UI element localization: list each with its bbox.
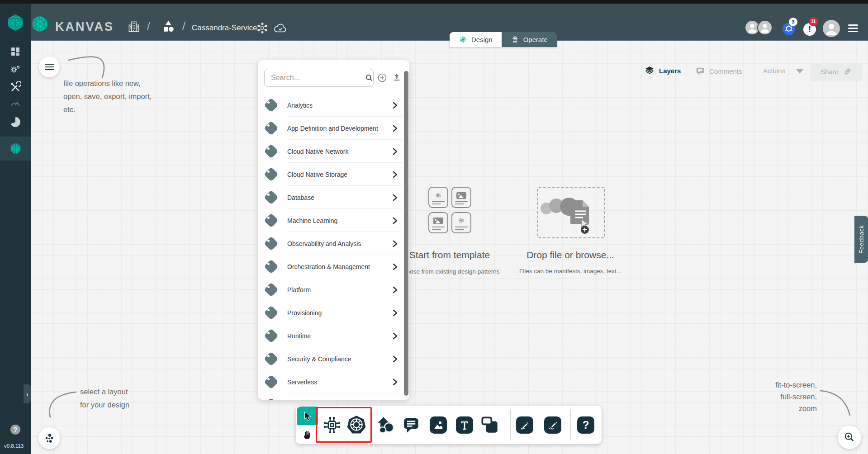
category-row-machine-learning[interactable]: Machine Learning bbox=[258, 209, 409, 232]
chevron-right-icon[interactable] bbox=[393, 355, 398, 363]
design-canvas[interactable] bbox=[31, 41, 868, 454]
category-tag-icon bbox=[264, 282, 279, 298]
collaborator-avatar[interactable] bbox=[757, 20, 773, 35]
select-tool-active[interactable] bbox=[297, 407, 318, 425]
breadcrumb-separator: / bbox=[182, 20, 185, 33]
drop-file-zone[interactable] bbox=[537, 187, 605, 238]
template-thumb-design bbox=[428, 187, 448, 208]
chevron-right-icon[interactable] bbox=[393, 148, 398, 155]
header-menu-icon[interactable] bbox=[848, 23, 858, 34]
image-tool[interactable] bbox=[430, 416, 447, 434]
category-tag-icon bbox=[264, 259, 279, 274]
alerts-button[interactable]: ! 11 bbox=[803, 23, 816, 36]
chevron-right-icon[interactable] bbox=[393, 217, 398, 224]
category-tag-icon bbox=[264, 351, 279, 367]
help-button[interactable]: ? bbox=[10, 425, 20, 435]
pan-tool[interactable] bbox=[297, 426, 318, 443]
share-link-icon bbox=[843, 67, 852, 76]
comments-button[interactable]: Comments bbox=[695, 66, 742, 76]
category-row-clipped[interactable] bbox=[258, 393, 409, 400]
sidebar-collapse-handle[interactable]: › bbox=[24, 384, 31, 403]
layers-button[interactable]: Layers bbox=[644, 65, 681, 76]
start-from-template-button[interactable] bbox=[428, 187, 471, 233]
panel-scrollbar[interactable] bbox=[404, 71, 408, 396]
api-component-tool[interactable] bbox=[322, 415, 342, 435]
actions-caret-icon[interactable] bbox=[796, 69, 803, 74]
text-tool[interactable] bbox=[456, 416, 473, 434]
chevron-right-icon[interactable] bbox=[393, 240, 398, 247]
breadcrumb-design-name[interactable]: Cassandra-Service bbox=[192, 24, 257, 33]
chevron-right-icon[interactable] bbox=[393, 171, 398, 178]
annotation-file-operations: file operations like new, open, save, ex… bbox=[63, 77, 152, 116]
pen-tool[interactable] bbox=[516, 416, 533, 434]
kubernetes-context-icon[interactable]: 3 bbox=[782, 22, 796, 36]
category-row-provisioning[interactable]: Provisioning bbox=[258, 301, 409, 324]
kubernetes-count-badge: 3 bbox=[789, 18, 797, 26]
sidebar-item-dashboard[interactable] bbox=[0, 46, 31, 57]
category-row-runtime[interactable]: Runtime bbox=[258, 324, 409, 347]
template-subtitle: Choose from existing design patterns bbox=[399, 268, 500, 275]
chevron-right-icon[interactable] bbox=[393, 194, 398, 201]
template-title[interactable]: Start from template bbox=[409, 250, 490, 260]
tab-operate[interactable]: Operate bbox=[502, 32, 557, 47]
sidebar-item-extensions[interactable] bbox=[0, 116, 31, 128]
add-component-icon[interactable] bbox=[377, 72, 388, 83]
user-avatar[interactable] bbox=[823, 20, 840, 37]
sidebar-item-kanvas-active[interactable] bbox=[0, 137, 31, 161]
component-search[interactable] bbox=[264, 69, 374, 87]
organization-icon[interactable] bbox=[127, 20, 141, 33]
drop-file-illustration bbox=[538, 188, 604, 237]
workspace-icon[interactable] bbox=[161, 19, 176, 34]
chevron-right-icon[interactable] bbox=[393, 102, 398, 109]
category-row-orchestration[interactable]: Orchestration & Management bbox=[258, 255, 409, 278]
chevron-right-icon[interactable] bbox=[393, 263, 398, 270]
category-row-app-definition[interactable]: App Definition and Development bbox=[258, 117, 409, 140]
category-row-observability[interactable]: Observability and Analysis bbox=[258, 232, 409, 255]
zoom-controls-button[interactable] bbox=[838, 426, 861, 449]
question-mark-icon: ? bbox=[583, 419, 589, 431]
kanvas-logo-icon bbox=[31, 15, 49, 33]
drop-title[interactable]: Drop file or browse... bbox=[526, 250, 614, 260]
category-tag-icon bbox=[264, 98, 279, 113]
actions-dropdown[interactable]: Actions bbox=[763, 67, 785, 75]
sidebar-item-lifecycle[interactable] bbox=[0, 64, 31, 76]
category-row-database[interactable]: Database bbox=[258, 186, 409, 209]
note-tool[interactable] bbox=[481, 416, 499, 434]
alerts-count-badge: 11 bbox=[809, 17, 818, 26]
import-upload-icon[interactable] bbox=[392, 72, 402, 82]
tab-design-label: Design bbox=[471, 36, 493, 43]
help-tool[interactable]: ? bbox=[577, 416, 594, 434]
chevron-right-icon[interactable] bbox=[393, 378, 398, 386]
file-menu-button[interactable] bbox=[39, 57, 60, 77]
feedback-tab[interactable]: Feedback bbox=[854, 216, 868, 263]
category-row-analytics[interactable]: Analytics bbox=[258, 94, 409, 117]
chevron-right-icon[interactable] bbox=[393, 309, 398, 317]
version-label: v0.8.113 bbox=[4, 443, 24, 449]
share-button[interactable]: Share bbox=[811, 63, 862, 80]
comment-tool[interactable] bbox=[402, 416, 420, 434]
category-row-cloud-native-storage[interactable]: Cloud Native Storage bbox=[258, 163, 409, 186]
category-row-cloud-native-network[interactable]: Cloud Native Network bbox=[258, 140, 409, 163]
chevron-right-icon[interactable] bbox=[393, 286, 398, 293]
kubernetes-tool[interactable] bbox=[346, 415, 367, 435]
drawing-toolbar: ? bbox=[296, 406, 602, 444]
freehand-draw-tool[interactable] bbox=[544, 416, 561, 434]
chevron-right-icon[interactable] bbox=[393, 125, 398, 132]
category-tag-icon bbox=[264, 328, 279, 344]
layout-select-button[interactable] bbox=[38, 427, 60, 449]
sidebar-item-configuration[interactable] bbox=[0, 81, 31, 93]
zoom-in-icon bbox=[844, 431, 855, 443]
chevron-right-icon[interactable] bbox=[393, 332, 398, 340]
mesh-sync-icon[interactable] bbox=[256, 22, 269, 34]
search-input[interactable] bbox=[271, 74, 365, 82]
tab-design[interactable]: Design bbox=[450, 32, 502, 47]
cloud-save-status-icon bbox=[273, 21, 288, 36]
sidebar-item-performance[interactable] bbox=[0, 98, 31, 109]
category-row-security[interactable]: Security & Compliance bbox=[258, 347, 409, 370]
category-tag-icon bbox=[264, 236, 279, 251]
category-row-platform[interactable]: Platform bbox=[258, 278, 409, 301]
annotation-select-layout: select a layout for your design bbox=[80, 385, 129, 411]
meshery-logo-icon[interactable] bbox=[6, 14, 24, 32]
category-row-serverless[interactable]: Serverless bbox=[258, 370, 409, 393]
shapes-tool[interactable] bbox=[376, 416, 395, 435]
